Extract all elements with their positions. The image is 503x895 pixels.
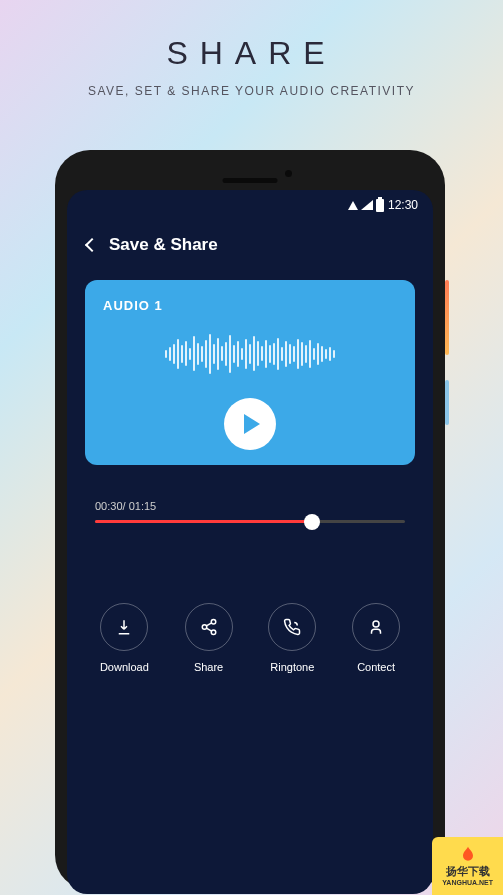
seek-slider[interactable] (95, 520, 405, 523)
phone-screen: 12:30 Save & Share AUDIO 1 00:30/ 01:15 (67, 190, 433, 894)
action-label: Contect (357, 661, 395, 673)
audio-card: AUDIO 1 (85, 280, 415, 465)
page-title: Save & Share (109, 235, 218, 255)
svg-point-2 (211, 630, 216, 635)
action-label: Ringtone (270, 661, 314, 673)
time-display: 00:30/ 01:15 (95, 500, 405, 512)
audio-label: AUDIO 1 (103, 298, 397, 313)
action-label: Share (194, 661, 223, 673)
action-label: Download (100, 661, 149, 673)
download-icon (115, 618, 133, 636)
current-time: 00:30 (95, 500, 123, 512)
phone-speaker (223, 178, 278, 183)
back-icon[interactable] (85, 238, 99, 252)
badge-line1: 扬华下载 (446, 865, 490, 878)
contact-icon (367, 618, 385, 636)
phone-mockup: 12:30 Save & Share AUDIO 1 00:30/ 01:15 (55, 150, 445, 890)
progress-section: 00:30/ 01:15 (67, 475, 433, 548)
share-button[interactable]: Share (185, 603, 233, 673)
flame-icon (458, 845, 478, 865)
promo-subtitle: SAVE, SET & SHARE YOUR AUDIO CREATIVITY (20, 84, 483, 98)
page-header: Save & Share (67, 220, 433, 270)
network-icon (348, 201, 358, 210)
ringtone-icon (283, 618, 301, 636)
svg-line-3 (206, 623, 211, 626)
actions-row: Download Share Ringtone Contect (67, 548, 433, 693)
total-time: 01:15 (129, 500, 157, 512)
status-bar: 12:30 (67, 190, 433, 220)
battery-icon (376, 199, 384, 212)
promo-title: SHARE (20, 35, 483, 72)
seek-thumb[interactable] (304, 514, 320, 530)
phone-volume-button (445, 380, 449, 425)
svg-point-0 (211, 620, 216, 625)
status-time: 12:30 (388, 198, 418, 212)
contact-button[interactable]: Contect (352, 603, 400, 673)
share-icon (200, 618, 218, 636)
badge-line2: YANGHUA.NET (442, 879, 493, 887)
promo-header: SHARE SAVE, SET & SHARE YOUR AUDIO CREAT… (0, 0, 503, 113)
watermark-badge: 扬华下载 YANGHUA.NET (432, 837, 503, 895)
ringtone-button[interactable]: Ringtone (268, 603, 316, 673)
svg-line-4 (206, 628, 211, 631)
download-button[interactable]: Download (100, 603, 149, 673)
svg-point-1 (202, 625, 207, 630)
signal-icon (361, 200, 373, 210)
play-button[interactable] (224, 398, 276, 450)
phone-power-button (445, 280, 449, 355)
seek-fill (95, 520, 312, 523)
play-icon (244, 414, 260, 434)
status-icons (348, 199, 384, 212)
svg-point-5 (373, 621, 379, 627)
waveform-icon (103, 331, 397, 376)
phone-camera (285, 170, 292, 177)
